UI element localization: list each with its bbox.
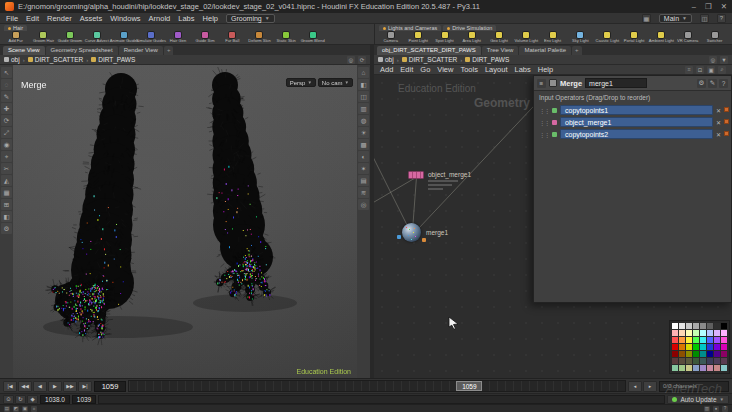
- tab-render-view[interactable]: Render View: [119, 46, 163, 55]
- palette-swatch[interactable]: [679, 337, 685, 343]
- network-menu-labs[interactable]: Labs: [514, 65, 530, 74]
- menu-arnold[interactable]: Arnold: [149, 14, 171, 23]
- desktop-selector[interactable]: Main▼: [659, 14, 692, 23]
- palette-swatch[interactable]: [700, 323, 706, 329]
- jump-start-button[interactable]: |◀: [3, 381, 17, 392]
- tab-tree-view[interactable]: Tree View: [482, 46, 519, 55]
- current-frame-field[interactable]: 1059: [94, 381, 126, 392]
- shelf-tool-deform-skin[interactable]: Deform Skin: [246, 31, 272, 44]
- drag-handle-icon[interactable]: ⋮⋮: [539, 119, 549, 126]
- spare-parameter-button[interactable]: [724, 119, 729, 124]
- shelf-tool-switcher[interactable]: Switcher: [702, 31, 728, 44]
- palette-swatch[interactable]: [721, 351, 727, 357]
- shelf-tool-groom-blend[interactable]: Groom Blend: [300, 31, 326, 44]
- shelf-tool-hair-gen[interactable]: Hair Gen: [165, 31, 191, 44]
- overview-icon[interactable]: ▣: [707, 66, 715, 74]
- palette-swatch[interactable]: [707, 358, 713, 364]
- palette-swatch[interactable]: [693, 330, 699, 336]
- scoped-channels-field[interactable]: 0/0 channels: [659, 381, 729, 392]
- view-type-selector[interactable]: Persp▼: [286, 78, 316, 87]
- shelf-tool-caustic-light[interactable]: Caustic Light: [594, 31, 620, 44]
- breadcrumb-dirt-paws[interactable]: DIRT_PAWS: [465, 56, 509, 63]
- network-menu-view[interactable]: View: [437, 65, 453, 74]
- range-left-icon[interactable]: ◂: [628, 381, 642, 392]
- palette-swatch[interactable]: [686, 365, 692, 371]
- menu-edit[interactable]: Edit: [26, 14, 39, 23]
- network-menu-go[interactable]: Go: [420, 65, 430, 74]
- palette-swatch[interactable]: [721, 330, 727, 336]
- menu-render[interactable]: Render: [47, 14, 72, 23]
- palette-swatch[interactable]: [693, 337, 699, 343]
- viewport-canvas[interactable]: [13, 65, 357, 378]
- shelf-tool-guide-groom[interactable]: Guide Groom: [57, 31, 83, 44]
- range-start-field[interactable]: 1038.0: [40, 395, 70, 404]
- keyframe-options-icon[interactable]: ◆: [27, 395, 38, 404]
- wireframe-icon[interactable]: ◫: [358, 91, 369, 102]
- shade-mode-icon[interactable]: ◧: [358, 79, 369, 90]
- shelf-tool-guide-sim[interactable]: Guide Sim: [192, 31, 218, 44]
- palette-swatch[interactable]: [714, 344, 720, 350]
- node-merge1[interactable]: merge1: [402, 223, 482, 245]
- help-icon[interactable]: ?: [719, 79, 728, 88]
- palette-swatch[interactable]: [672, 330, 678, 336]
- object-merge-node-icon[interactable]: [408, 171, 424, 179]
- palette-swatch[interactable]: [714, 351, 720, 357]
- drag-handle-icon[interactable]: ⋮⋮: [539, 107, 549, 114]
- shelf-tool-vr-camera[interactable]: VR Camera: [675, 31, 701, 44]
- timeline-track[interactable]: 1059: [128, 380, 626, 392]
- play-button[interactable]: ▶: [48, 381, 62, 392]
- close-button[interactable]: ✕: [721, 2, 727, 11]
- maximize-button[interactable]: ❐: [705, 2, 712, 11]
- layout-icon[interactable]: ▦: [642, 14, 651, 23]
- network-menu-edit[interactable]: Edit: [400, 65, 413, 74]
- network-menu-help[interactable]: Help: [538, 65, 553, 74]
- help-icon[interactable]: ?: [717, 14, 726, 23]
- menu-help[interactable]: Help: [203, 14, 218, 23]
- grid-status-icon[interactable]: ⌗: [31, 406, 37, 412]
- filter-icon[interactable]: ▼: [720, 56, 728, 64]
- palette-swatch[interactable]: [672, 337, 678, 343]
- palette-swatch[interactable]: [672, 351, 678, 357]
- network-menu-tools[interactable]: Tools: [460, 65, 478, 74]
- shelf-tool-volume-light[interactable]: Volume Light: [513, 31, 539, 44]
- palette-swatch[interactable]: [672, 323, 678, 329]
- viewport[interactable]: Merge Persp▼ No cam▼ Education Edition: [13, 65, 357, 378]
- palette-swatch[interactable]: [700, 358, 706, 364]
- palette-swatch[interactable]: [714, 358, 720, 364]
- cut-icon[interactable]: ✂: [1, 163, 12, 174]
- palette-swatch[interactable]: [693, 358, 699, 364]
- handles-icon[interactable]: ◧: [1, 211, 12, 222]
- palette-swatch[interactable]: [679, 344, 685, 350]
- shelf-tool-area-light[interactable]: Area Light: [459, 31, 485, 44]
- shelf-tool-fur-ball[interactable]: Fur Ball: [219, 31, 245, 44]
- brush-select-icon[interactable]: ✎: [1, 91, 12, 102]
- rotate-icon[interactable]: ⟳: [1, 115, 12, 126]
- edit-icon[interactable]: ✎: [708, 79, 717, 88]
- step-back-button[interactable]: ◀: [33, 381, 47, 392]
- snapshot-icon[interactable]: ◎: [358, 199, 369, 210]
- message-log-icon[interactable]: ▤: [4, 406, 10, 412]
- translate-icon[interactable]: ✚: [1, 103, 12, 114]
- palette-swatch[interactable]: [707, 323, 713, 329]
- gear-icon[interactable]: ⚙: [697, 79, 706, 88]
- network-menu-add[interactable]: Add: [380, 65, 393, 74]
- shelf-tool-sky-light[interactable]: Sky Light: [567, 31, 593, 44]
- menu-windows[interactable]: Windows: [110, 14, 140, 23]
- palette-swatch[interactable]: [707, 337, 713, 343]
- palette-swatch[interactable]: [721, 358, 727, 364]
- palette-swatch[interactable]: [686, 337, 692, 343]
- view-grid-icon[interactable]: ▤: [358, 175, 369, 186]
- help-status-icon[interactable]: ?: [722, 406, 728, 412]
- auto-update-selector[interactable]: Auto Update ▼: [667, 395, 729, 404]
- global-range-slider[interactable]: [98, 395, 665, 404]
- range-right-icon[interactable]: ▸: [643, 381, 657, 392]
- shelf-tool-animate-guides[interactable]: Animate Guides: [111, 31, 137, 44]
- node-flag-badge[interactable]: [422, 238, 426, 242]
- remove-input-button[interactable]: ✕: [716, 107, 721, 114]
- breadcrumb-dirt-scatter[interactable]: DIRT_SCATTER: [402, 56, 458, 63]
- fog-icon[interactable]: ≋: [358, 187, 369, 198]
- new-tab-button[interactable]: +: [164, 46, 174, 55]
- palette-swatch[interactable]: [672, 344, 678, 350]
- spare-parameter-button[interactable]: [724, 107, 729, 112]
- display-normals-icon[interactable]: ◍: [358, 115, 369, 126]
